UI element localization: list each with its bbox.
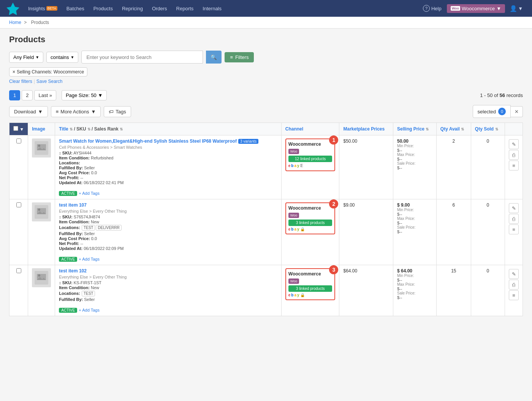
product-locations: Locations: TESTDELIVERRR <box>59 224 277 231</box>
status-badge: ACTIVE <box>59 191 77 196</box>
breadcrumb: Home > Products <box>0 17 532 29</box>
channel-number: 3 <box>329 265 338 274</box>
more-button[interactable]: ≡ <box>509 161 519 170</box>
row-checkbox[interactable] <box>16 268 21 273</box>
add-tags-link[interactable]: + Add Tags <box>79 308 100 312</box>
product-avg-cost: Avg Cost Price: 0.0 <box>59 236 277 241</box>
page-1-btn[interactable]: 1 <box>9 90 20 100</box>
marketplace-price-cell: $9.00 <box>339 199 393 265</box>
woo-logo: Woo <box>288 213 299 218</box>
nav-orders[interactable]: Orders <box>148 0 171 17</box>
max-price-label: Max Price: <box>397 216 432 221</box>
nav-insights[interactable]: Insights BETA <box>24 0 61 17</box>
more-button[interactable]: ≡ <box>509 224 519 234</box>
nav-repricing[interactable]: Repricing <box>118 0 147 17</box>
more-button[interactable]: ≡ <box>509 290 519 300</box>
brand-logo[interactable] <box>6 2 20 15</box>
nav-right: ? Help Woo Woocommerce ▼ 👤 ▼ <box>419 0 526 17</box>
th-actions <box>505 123 523 135</box>
product-net-profit: Net Profit: -- <box>59 175 277 180</box>
nav-help[interactable]: ? Help <box>419 0 445 17</box>
selected-close-btn[interactable]: ✕ <box>511 106 523 117</box>
edit-button[interactable]: ✎ <box>509 269 519 279</box>
th-title[interactable]: Title ⇅ / SKU ⇅ / Sales Rank ⇅ <box>55 123 282 135</box>
channel-card: 1 Woocommerce Woo 12 linked products eba… <box>285 138 336 171</box>
min-price-label: Min Price: <box>397 144 432 148</box>
more-actions-button[interactable]: ≡ More Actions ▼ <box>51 106 101 117</box>
max-price-label: Max Price: <box>397 282 432 286</box>
nav-batches[interactable]: Batches <box>63 0 88 17</box>
max-price-label: Max Price: <box>397 153 432 157</box>
edit-button[interactable]: ✎ <box>509 139 519 149</box>
marketplace-logos: ebay 🔒 <box>288 227 332 231</box>
action-buttons-cell: ✎ ⎙ ≡ <box>505 265 523 316</box>
save-search-link[interactable]: Save Search <box>36 79 63 84</box>
marketplace-price-cell: $64.00 <box>339 265 393 316</box>
nav-user[interactable]: 👤 ▼ <box>507 0 526 17</box>
product-fulfilled-by: Fulfilled By: Seller <box>59 231 277 236</box>
table-row: test item 102 Everything Else > Every Ot… <box>10 265 523 316</box>
marketplace-price: $64.00 <box>343 268 357 274</box>
page-2-btn[interactable]: 2 <box>22 90 33 100</box>
clear-filters-link[interactable]: Clear filters <box>9 79 32 84</box>
row-checkbox[interactable] <box>16 138 21 143</box>
print-button[interactable]: ⎙ <box>509 214 519 224</box>
breadcrumb-home[interactable]: Home <box>9 20 21 25</box>
user-avatar-icon: 👤 <box>510 5 517 12</box>
add-tags-link[interactable]: + Add Tags <box>79 257 100 261</box>
marketplace-price: $50.00 <box>343 138 357 144</box>
linked-products-btn[interactable]: 12 linked products <box>288 156 332 162</box>
product-title-link[interactable]: Smart Watch for Women,Elegant&High-end S… <box>59 138 237 144</box>
th-select-all[interactable]: ▼ <box>10 123 28 135</box>
add-tags-link[interactable]: + Add Tags <box>79 191 100 196</box>
product-updated-at: Updated At: 06/18/2022 02:41 PM <box>59 180 277 185</box>
print-button[interactable]: ⎙ <box>509 280 519 290</box>
print-button[interactable]: ⎙ <box>509 150 519 160</box>
salesrank-sort-icon: ⇅ <box>120 127 123 131</box>
location-badge: DELIVERRR <box>96 225 121 231</box>
product-info-cell: test item 102 Everything Else > Every Ot… <box>55 265 282 316</box>
nav-woo[interactable]: Woo Woocommerce ▼ <box>447 4 505 13</box>
product-title-link[interactable]: test item 102 <box>59 268 87 274</box>
channel-cell: 2 Woocommerce Woo 3 linked products ebay… <box>281 199 339 265</box>
page-last-btn[interactable]: Last » <box>34 90 56 100</box>
remove-filter-btn[interactable]: × <box>13 69 15 75</box>
tags-button[interactable]: 🏷 Tags <box>104 106 131 117</box>
edit-button[interactable]: ✎ <box>509 203 519 213</box>
woo-logo: Woo <box>288 278 299 284</box>
nav-products[interactable]: Products <box>90 0 117 17</box>
channel-card: 3 Woocommerce Woo 3 linked products ebay… <box>285 268 336 300</box>
product-category: Everything Else > Every Other Thing <box>59 275 277 279</box>
contains-dropdown-icon: ▼ <box>71 55 74 59</box>
nav-reports[interactable]: Reports <box>173 0 198 17</box>
filters-button[interactable]: ≡ Filters <box>225 52 254 62</box>
select-all-checkbox[interactable] <box>13 126 18 131</box>
selected-count-btn[interactable]: selected 0 <box>473 105 511 118</box>
product-sku: ↕ SKU: AYSH444 <box>59 151 277 155</box>
row-checkbox[interactable] <box>16 202 21 207</box>
qty-sold-cell: 0 <box>471 135 505 199</box>
breadcrumb-current: Products <box>31 20 49 25</box>
search-field-dropdown[interactable]: Any Field ▼ <box>9 52 43 63</box>
page-size-dropdown[interactable]: Page Size: 50 ▼ <box>62 90 107 100</box>
th-qty-avail[interactable]: Qty Avail ⇅ <box>436 123 471 135</box>
select-dropdown-icon[interactable]: ▼ <box>19 127 24 132</box>
search-icon: 🔍 <box>211 54 217 60</box>
search-contains-dropdown[interactable]: contains ▼ <box>46 52 78 63</box>
nav-internals[interactable]: Internals <box>199 0 225 17</box>
product-sku: ↕ SKU: S76574JH874 <box>59 215 277 219</box>
search-input[interactable] <box>81 51 203 64</box>
status-badge: ACTIVE <box>59 308 77 313</box>
selling-price-cell: $ 64.00 Min Price: $-- Max Price: $-- Sa… <box>393 265 436 316</box>
linked-products-btn[interactable]: 3 linked products <box>288 220 332 226</box>
product-title-link[interactable]: test item 107 <box>59 202 87 208</box>
filters-icon: ≡ <box>230 54 233 60</box>
channel-name: Woocommerce <box>288 271 332 277</box>
linked-products-btn[interactable]: 3 linked products <box>288 285 332 292</box>
th-image: Image <box>28 123 55 135</box>
download-button[interactable]: Download ▼ <box>9 106 48 117</box>
search-button[interactable]: 🔍 <box>206 51 222 64</box>
active-filter-tag: × Selling Channels: Woocommerce <box>9 67 87 76</box>
th-qty-sold[interactable]: Qty Sold ⇅ <box>471 123 505 135</box>
th-selling-price[interactable]: Selling Price ⇅ <box>393 123 436 135</box>
